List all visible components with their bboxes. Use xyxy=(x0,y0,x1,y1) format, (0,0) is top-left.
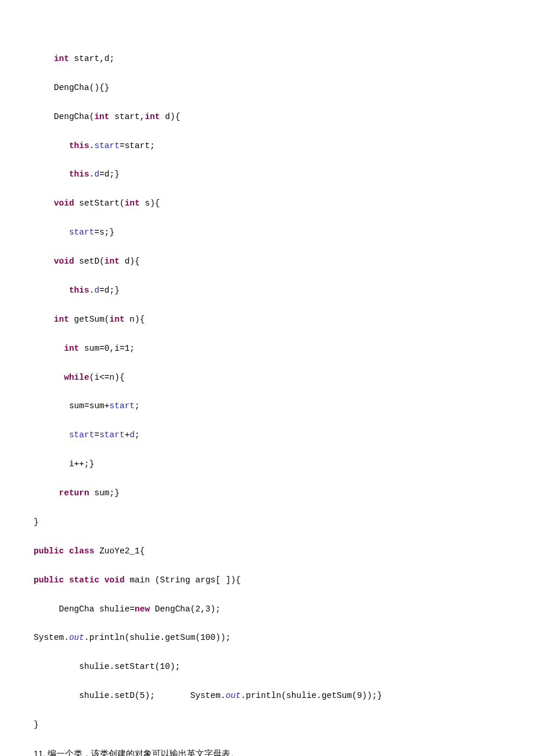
code-line: this.start=start; xyxy=(34,139,500,153)
code-line: start=start+d; xyxy=(34,428,500,442)
code-line: } xyxy=(34,515,500,530)
code-line: DengCha(){} xyxy=(34,81,500,95)
document-page: int start,d; DengCha(){} DengCha(int sta… xyxy=(0,0,534,756)
code-line: shulie.setStart(10); xyxy=(34,660,500,674)
code-line: int sum=0,i=1; xyxy=(34,341,500,356)
code-line: int getSum(int n){ xyxy=(34,312,500,327)
keyword-int: int xyxy=(54,54,69,63)
code-line: DengCha(int start,int d){ xyxy=(34,110,500,124)
code-line: int start,d; xyxy=(34,52,500,66)
code-line: } xyxy=(34,718,500,732)
code-line: start=s;} xyxy=(34,225,500,240)
code-line: sum=sum+start; xyxy=(34,399,500,413)
code-line: public class ZuoYe2_1{ xyxy=(34,544,500,559)
code-line: void setStart(int s){ xyxy=(34,196,500,211)
code-line: this.d=d;} xyxy=(34,167,500,182)
question-11: 11. 编一个类，该类创建的对象可以输出英文字母表。 xyxy=(34,747,500,756)
code-line: System.out.println(shulie.getSum(100)); xyxy=(34,631,500,645)
code-line: while(i<=n){ xyxy=(34,370,500,385)
code-line: DengCha shulie=new DengCha(2,3); xyxy=(34,602,500,617)
code-line: public static void main (String args[ ])… xyxy=(34,573,500,588)
code-line: return sum;} xyxy=(34,486,500,501)
code-line: i++;} xyxy=(34,457,500,471)
code-line: this.d=d;} xyxy=(34,283,500,298)
code-line: void setD(int d){ xyxy=(34,254,500,269)
code-line: shulie.setD(5); System.out.println(shuli… xyxy=(34,689,500,703)
